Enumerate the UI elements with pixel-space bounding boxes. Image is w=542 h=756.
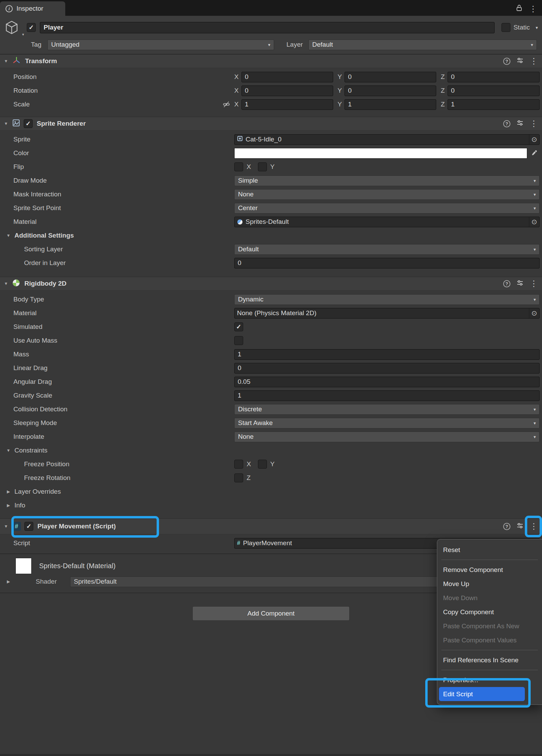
freeze-position-y-label: Y (270, 460, 275, 468)
menu-item-reset[interactable]: Reset (437, 543, 542, 557)
layer-dropdown[interactable]: Default ▾ (308, 39, 537, 50)
body-type-label: Body Type (0, 296, 234, 303)
foldout-icon[interactable]: ▼ (3, 281, 9, 286)
sprite-field[interactable]: Cat-5-Idle_0 ⊙ (234, 134, 540, 145)
foldout-icon: ▶ (6, 503, 11, 508)
enabled-checkbox[interactable]: ✓ (24, 119, 33, 128)
presets-icon[interactable] (517, 522, 523, 531)
menu-item-edit-script[interactable]: Edit Script (439, 687, 525, 701)
help-icon[interactable]: ? (503, 58, 510, 65)
enabled-checkbox[interactable]: ✓ (24, 522, 33, 531)
mask-interaction-dropdown[interactable]: None ▾ (234, 189, 540, 200)
freeze-position-y-checkbox[interactable] (258, 460, 267, 469)
rb-material-field[interactable]: None (Physics Material 2D) ⊙ (234, 308, 540, 319)
kebab-menu-icon[interactable]: ⋮ (530, 57, 538, 65)
draw-mode-dropdown[interactable]: Simple ▾ (234, 175, 540, 186)
presets-icon[interactable] (517, 119, 523, 128)
material-row: Material Sprites-Default ⊙ (0, 215, 542, 229)
tab-inspector[interactable]: i Inspector (0, 1, 65, 16)
presets-icon[interactable] (517, 57, 523, 66)
mass-field[interactable]: 1 (234, 349, 540, 360)
position-z-field[interactable]: 0 (448, 72, 540, 82)
presets-icon[interactable] (517, 279, 523, 288)
angular-drag-field[interactable]: 0.05 (234, 377, 540, 387)
color-swatch[interactable] (234, 148, 527, 159)
lock-icon[interactable] (516, 4, 522, 13)
sorting-layer-label: Sorting Layer (0, 245, 234, 253)
tag-dropdown[interactable]: Untagged ▾ (47, 39, 274, 50)
chevron-down-icon: ▾ (22, 32, 24, 37)
flip-y-checkbox[interactable] (258, 162, 267, 171)
foldout-icon[interactable]: ▼ (3, 121, 9, 126)
position-x-field[interactable]: 0 (241, 72, 333, 82)
layer-overrides-foldout[interactable]: ▶ Layer Overrides (0, 488, 234, 495)
gameobject-icon[interactable]: ▾ (3, 19, 23, 36)
freeze-position-row: Freeze Position X Y (0, 457, 542, 471)
material-field[interactable]: Sprites-Default ⊙ (234, 217, 540, 227)
chevron-down-icon[interactable]: ▾ (533, 25, 538, 30)
menu-separator (441, 560, 538, 560)
kebab-menu-icon[interactable]: ⋮ (530, 279, 538, 288)
menu-item-remove-component[interactable]: Remove Component (437, 563, 542, 577)
body-type-row: Body Type Dynamic ▾ (0, 293, 542, 306)
mask-interaction-label: Mask Interaction (0, 191, 234, 198)
scale-x-field[interactable]: 1 (241, 99, 333, 110)
material-preview-title: Sprites-Default (Material) (39, 562, 115, 570)
constraints-foldout[interactable]: ▼ Constraints (0, 447, 234, 454)
scale-y-field[interactable]: 1 (345, 99, 436, 110)
sprite-sort-point-dropdown[interactable]: Center ▾ (234, 203, 540, 214)
add-component-button[interactable]: Add Component (192, 606, 350, 621)
active-checkbox[interactable]: ✓ (27, 23, 36, 32)
rotation-x-field[interactable]: 0 (241, 85, 333, 96)
order-in-layer-field[interactable]: 0 (234, 258, 540, 268)
help-icon[interactable]: ? (503, 523, 510, 530)
kebab-menu-icon[interactable]: ⋮ (530, 119, 538, 128)
freeze-rotation-row: Freeze Rotation Z (0, 471, 542, 485)
menu-item-copy-component[interactable]: Copy Component (437, 605, 542, 619)
component-title: Rigidbody 2D (24, 280, 66, 287)
name-field[interactable]: Player (40, 22, 495, 33)
static-checkbox[interactable] (501, 23, 510, 32)
freeze-position-x-checkbox[interactable] (234, 460, 243, 469)
additional-settings-foldout[interactable]: ▼ Additional Settings (0, 232, 234, 239)
rigidbody2d-header: ▼ Rigidbody 2D ? ⋮ (0, 277, 542, 290)
interpolate-dropdown[interactable]: None ▾ (234, 432, 540, 442)
foldout-icon[interactable]: ▼ (3, 59, 9, 64)
freeze-rotation-z-checkbox[interactable] (234, 473, 243, 482)
scale-z-field[interactable]: 1 (448, 99, 540, 110)
component-context-menu: Reset Remove Component Move Up Move Down… (437, 539, 542, 705)
menu-item-find-references[interactable]: Find References In Scene (437, 653, 542, 667)
simulated-checkbox[interactable]: ✓ (234, 322, 243, 331)
position-y-field[interactable]: 0 (345, 72, 436, 82)
link-scale-icon[interactable] (223, 101, 230, 108)
order-in-layer-label: Order in Layer (0, 259, 234, 267)
linear-drag-field[interactable]: 0 (234, 363, 540, 374)
kebab-menu-icon[interactable]: ⋮ (530, 522, 538, 530)
collision-detection-dropdown[interactable]: Discrete ▾ (234, 404, 540, 415)
foldout-icon[interactable]: ▶ (6, 579, 11, 584)
info-foldout[interactable]: ▶ Info (0, 502, 234, 509)
eyedropper-icon[interactable] (529, 150, 540, 157)
help-icon[interactable]: ? (503, 120, 510, 127)
sorting-layer-dropdown[interactable]: Default ▾ (234, 244, 540, 255)
object-picker-icon[interactable]: ⊙ (529, 308, 539, 318)
object-picker-icon[interactable]: ⊙ (529, 217, 539, 227)
flip-x-checkbox[interactable] (234, 162, 243, 171)
menu-item-move-up[interactable]: Move Up (437, 577, 542, 591)
tab-label: Inspector (16, 5, 43, 12)
foldout-icon[interactable]: ▼ (3, 524, 9, 529)
help-icon[interactable]: ? (503, 280, 510, 287)
kebab-menu-icon[interactable]: ⋮ (529, 5, 537, 13)
rotation-z-field[interactable]: 0 (448, 85, 540, 96)
material-icon (237, 219, 243, 225)
simulated-row: Simulated ✓ (0, 320, 542, 334)
object-picker-icon[interactable]: ⊙ (529, 135, 539, 145)
flip-y-label: Y (270, 163, 275, 171)
draw-mode-row: Draw Mode Simple ▾ (0, 174, 542, 187)
sleeping-mode-dropdown[interactable]: Start Awake ▾ (234, 418, 540, 428)
use-auto-mass-checkbox[interactable] (234, 336, 243, 345)
rotation-y-field[interactable]: 0 (345, 85, 436, 96)
menu-item-properties[interactable]: Properties... (437, 673, 542, 687)
gravity-scale-field[interactable]: 1 (234, 390, 540, 401)
body-type-dropdown[interactable]: Dynamic ▾ (234, 294, 540, 305)
